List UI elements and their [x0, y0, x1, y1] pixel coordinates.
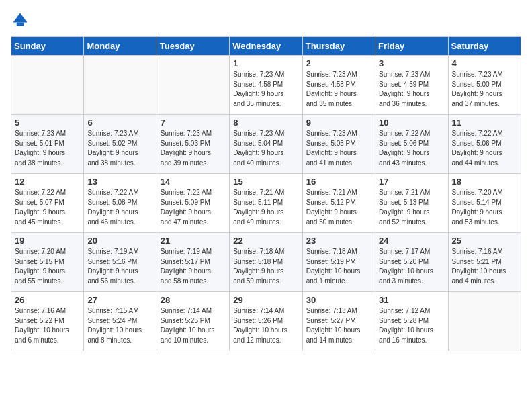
- weekday-header-tuesday: Tuesday: [157, 37, 229, 56]
- day-cell-21: 21Sunrise: 7:19 AM Sunset: 5:17 PM Dayli…: [157, 233, 229, 292]
- weekday-header-saturday: Saturday: [448, 37, 521, 56]
- day-number: 5: [15, 118, 80, 128]
- day-info: Sunrise: 7:22 AM Sunset: 5:06 PM Dayligh…: [452, 129, 517, 168]
- weekday-header-wednesday: Wednesday: [230, 37, 302, 56]
- svg-marker-1: [13, 13, 28, 23]
- day-cell-6: 6Sunrise: 7:23 AM Sunset: 5:02 PM Daylig…: [84, 115, 157, 174]
- day-cell-22: 22Sunrise: 7:18 AM Sunset: 5:18 PM Dayli…: [230, 233, 302, 292]
- day-number: 17: [379, 177, 444, 187]
- svg-rect-2: [17, 23, 24, 26]
- day-info: Sunrise: 7:15 AM Sunset: 5:24 PM Dayligh…: [87, 306, 152, 345]
- day-info: Sunrise: 7:18 AM Sunset: 5:18 PM Dayligh…: [233, 247, 298, 286]
- empty-cell: [448, 292, 521, 351]
- day-number: 25: [452, 236, 517, 246]
- day-number: 26: [15, 295, 80, 305]
- day-number: 2: [306, 58, 371, 68]
- day-info: Sunrise: 7:23 AM Sunset: 4:58 PM Dayligh…: [233, 70, 298, 109]
- week-row-2: 5Sunrise: 7:23 AM Sunset: 5:01 PM Daylig…: [11, 115, 521, 174]
- day-number: 23: [306, 236, 371, 246]
- day-info: Sunrise: 7:19 AM Sunset: 5:17 PM Dayligh…: [161, 247, 226, 286]
- day-number: 24: [379, 236, 444, 246]
- day-cell-25: 25Sunrise: 7:16 AM Sunset: 5:21 PM Dayli…: [448, 233, 521, 292]
- week-row-5: 26Sunrise: 7:16 AM Sunset: 5:22 PM Dayli…: [11, 292, 521, 351]
- day-cell-24: 24Sunrise: 7:17 AM Sunset: 5:20 PM Dayli…: [375, 233, 448, 292]
- weekday-header-sunday: Sunday: [11, 37, 84, 56]
- day-cell-2: 2Sunrise: 7:23 AM Sunset: 4:58 PM Daylig…: [302, 56, 375, 115]
- day-cell-31: 31Sunrise: 7:12 AM Sunset: 5:28 PM Dayli…: [375, 292, 448, 351]
- day-info: Sunrise: 7:14 AM Sunset: 5:25 PM Dayligh…: [161, 306, 226, 345]
- day-info: Sunrise: 7:23 AM Sunset: 4:59 PM Dayligh…: [379, 70, 444, 109]
- day-cell-15: 15Sunrise: 7:21 AM Sunset: 5:11 PM Dayli…: [230, 174, 302, 233]
- week-row-4: 19Sunrise: 7:20 AM Sunset: 5:15 PM Dayli…: [11, 233, 521, 292]
- day-info: Sunrise: 7:20 AM Sunset: 5:14 PM Dayligh…: [452, 188, 517, 227]
- day-number: 14: [161, 177, 226, 187]
- empty-cell: [11, 56, 84, 115]
- day-cell-4: 4Sunrise: 7:23 AM Sunset: 5:00 PM Daylig…: [448, 56, 521, 115]
- day-cell-26: 26Sunrise: 7:16 AM Sunset: 5:22 PM Dayli…: [11, 292, 84, 351]
- day-number: 27: [87, 295, 152, 305]
- day-number: 3: [379, 58, 444, 68]
- day-info: Sunrise: 7:18 AM Sunset: 5:19 PM Dayligh…: [306, 247, 371, 286]
- day-number: 20: [87, 236, 152, 246]
- day-info: Sunrise: 7:22 AM Sunset: 5:06 PM Dayligh…: [379, 129, 444, 168]
- page-header: [11, 11, 521, 30]
- day-info: Sunrise: 7:23 AM Sunset: 5:04 PM Dayligh…: [233, 129, 298, 168]
- day-info: Sunrise: 7:23 AM Sunset: 5:05 PM Dayligh…: [306, 129, 371, 168]
- day-info: Sunrise: 7:23 AM Sunset: 5:01 PM Dayligh…: [15, 129, 80, 168]
- day-info: Sunrise: 7:23 AM Sunset: 5:03 PM Dayligh…: [161, 129, 226, 168]
- empty-cell: [157, 56, 229, 115]
- logo-icon: [11, 11, 30, 30]
- day-info: Sunrise: 7:19 AM Sunset: 5:16 PM Dayligh…: [87, 247, 152, 286]
- day-info: Sunrise: 7:23 AM Sunset: 5:00 PM Dayligh…: [452, 70, 517, 109]
- day-info: Sunrise: 7:22 AM Sunset: 5:07 PM Dayligh…: [15, 188, 80, 227]
- day-number: 29: [233, 295, 298, 305]
- day-cell-30: 30Sunrise: 7:13 AM Sunset: 5:27 PM Dayli…: [302, 292, 375, 351]
- day-number: 30: [306, 295, 371, 305]
- week-row-3: 12Sunrise: 7:22 AM Sunset: 5:07 PM Dayli…: [11, 174, 521, 233]
- day-number: 8: [233, 118, 298, 128]
- day-cell-20: 20Sunrise: 7:19 AM Sunset: 5:16 PM Dayli…: [84, 233, 157, 292]
- day-number: 16: [306, 177, 371, 187]
- day-number: 11: [452, 118, 517, 128]
- day-info: Sunrise: 7:23 AM Sunset: 4:58 PM Dayligh…: [306, 70, 371, 109]
- weekday-header-friday: Friday: [375, 37, 448, 56]
- day-cell-9: 9Sunrise: 7:23 AM Sunset: 5:05 PM Daylig…: [302, 115, 375, 174]
- calendar-table: SundayMondayTuesdayWednesdayThursdayFrid…: [11, 36, 521, 351]
- day-info: Sunrise: 7:21 AM Sunset: 5:12 PM Dayligh…: [306, 188, 371, 227]
- day-number: 18: [452, 177, 517, 187]
- day-number: 6: [87, 118, 152, 128]
- day-info: Sunrise: 7:21 AM Sunset: 5:11 PM Dayligh…: [233, 188, 298, 227]
- weekday-header-monday: Monday: [84, 37, 157, 56]
- day-number: 22: [233, 236, 298, 246]
- day-info: Sunrise: 7:12 AM Sunset: 5:28 PM Dayligh…: [379, 306, 444, 345]
- day-info: Sunrise: 7:20 AM Sunset: 5:15 PM Dayligh…: [15, 247, 80, 286]
- day-number: 7: [161, 118, 226, 128]
- day-number: 21: [161, 236, 226, 246]
- empty-cell: [84, 56, 157, 115]
- logo: [11, 11, 32, 30]
- day-number: 31: [379, 295, 444, 305]
- day-cell-7: 7Sunrise: 7:23 AM Sunset: 5:03 PM Daylig…: [157, 115, 229, 174]
- day-info: Sunrise: 7:16 AM Sunset: 5:22 PM Dayligh…: [15, 306, 80, 345]
- day-info: Sunrise: 7:21 AM Sunset: 5:13 PM Dayligh…: [379, 188, 444, 227]
- day-cell-19: 19Sunrise: 7:20 AM Sunset: 5:15 PM Dayli…: [11, 233, 84, 292]
- day-info: Sunrise: 7:22 AM Sunset: 5:08 PM Dayligh…: [87, 188, 152, 227]
- day-cell-27: 27Sunrise: 7:15 AM Sunset: 5:24 PM Dayli…: [84, 292, 157, 351]
- day-cell-5: 5Sunrise: 7:23 AM Sunset: 5:01 PM Daylig…: [11, 115, 84, 174]
- day-cell-16: 16Sunrise: 7:21 AM Sunset: 5:12 PM Dayli…: [302, 174, 375, 233]
- day-number: 12: [15, 177, 80, 187]
- day-number: 15: [233, 177, 298, 187]
- day-number: 13: [87, 177, 152, 187]
- day-cell-14: 14Sunrise: 7:22 AM Sunset: 5:09 PM Dayli…: [157, 174, 229, 233]
- day-cell-13: 13Sunrise: 7:22 AM Sunset: 5:08 PM Dayli…: [84, 174, 157, 233]
- day-info: Sunrise: 7:16 AM Sunset: 5:21 PM Dayligh…: [452, 247, 517, 286]
- day-info: Sunrise: 7:22 AM Sunset: 5:09 PM Dayligh…: [161, 188, 226, 227]
- weekday-header-row: SundayMondayTuesdayWednesdayThursdayFrid…: [11, 37, 521, 56]
- day-cell-29: 29Sunrise: 7:14 AM Sunset: 5:26 PM Dayli…: [230, 292, 302, 351]
- day-number: 1: [233, 58, 298, 68]
- day-cell-12: 12Sunrise: 7:22 AM Sunset: 5:07 PM Dayli…: [11, 174, 84, 233]
- day-number: 19: [15, 236, 80, 246]
- day-cell-28: 28Sunrise: 7:14 AM Sunset: 5:25 PM Dayli…: [157, 292, 229, 351]
- day-cell-3: 3Sunrise: 7:23 AM Sunset: 4:59 PM Daylig…: [375, 56, 448, 115]
- day-number: 4: [452, 58, 517, 68]
